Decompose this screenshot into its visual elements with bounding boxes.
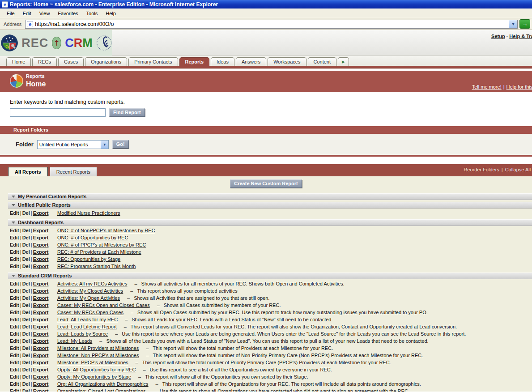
report-name-link[interactable]: REC: # of Providers at Each Milestone: [57, 249, 141, 255]
del-link[interactable]: Del: [22, 242, 30, 247]
export-link[interactable]: Export: [33, 360, 49, 365]
export-link[interactable]: Export: [33, 210, 49, 216]
tab-content[interactable]: Content: [308, 57, 337, 66]
del-link[interactable]: Del: [22, 367, 30, 372]
del-link[interactable]: Del: [22, 281, 30, 286]
export-link[interactable]: Export: [33, 345, 49, 351]
report-name-link[interactable]: REC: Opportunities by Stage: [57, 256, 120, 262]
report-name-link[interactable]: Oppty: All Opportunities for my REC: [57, 367, 136, 372]
report-name-link[interactable]: Lead: My Leads: [57, 338, 92, 344]
export-link[interactable]: Export: [33, 331, 49, 337]
menu-item-help[interactable]: Help: [102, 9, 120, 17]
tab-recent-reports[interactable]: Recent Reports: [50, 167, 97, 176]
reorder-folders-link[interactable]: Reorder Folders: [464, 167, 499, 172]
export-link[interactable]: Export: [33, 338, 49, 344]
del-link[interactable]: Del: [22, 381, 30, 387]
report-name-link[interactable]: Lead: Lead Lifetime Report: [57, 324, 117, 329]
tab-ideas[interactable]: Ideas: [211, 57, 234, 66]
tab-reports[interactable]: Reports: [179, 57, 210, 66]
export-link[interactable]: Export: [33, 295, 49, 301]
tab-primary-contacts[interactable]: Primary Contacts: [128, 57, 178, 66]
del-link[interactable]: Del: [22, 374, 30, 379]
section-header-standard-crm-reports[interactable]: Standard CRM Reports: [8, 273, 532, 279]
create-new-custom-report-button[interactable]: Create New Custom Report: [230, 179, 302, 188]
del-link[interactable]: Del: [22, 338, 30, 344]
edit-link[interactable]: Edit: [10, 288, 19, 294]
edit-link[interactable]: Edit: [10, 388, 19, 392]
browser-go-button[interactable]: →: [519, 19, 530, 29]
folder-go-button[interactable]: Go!: [112, 140, 129, 149]
del-link[interactable]: Del: [22, 303, 30, 308]
report-name-link[interactable]: Cases: My RECs Open Cases: [57, 310, 123, 315]
del-link[interactable]: Del: [22, 317, 30, 322]
tab-cases[interactable]: Cases: [58, 57, 84, 66]
export-link[interactable]: Export: [33, 310, 49, 315]
address-dropdown-icon[interactable]: ▾: [509, 20, 517, 28]
edit-link[interactable]: Edit: [10, 345, 19, 351]
report-name-link[interactable]: Cases: My RECs Open and Closed Cases: [57, 303, 150, 308]
folder-select[interactable]: Unfiled Public Reports ▾: [37, 140, 109, 149]
export-link[interactable]: Export: [33, 288, 49, 294]
find-report-button[interactable]: Find Report: [109, 108, 145, 117]
menu-item-view[interactable]: View: [35, 9, 54, 17]
tab-all-reports[interactable]: All Reports: [8, 167, 48, 176]
edit-link[interactable]: Edit: [10, 249, 19, 255]
address-input[interactable]: e https://na1.salesforce.com/00O/o ▾: [25, 20, 518, 29]
edit-link[interactable]: Edit: [10, 331, 19, 337]
export-link[interactable]: Export: [33, 281, 49, 286]
del-link[interactable]: Del: [22, 345, 30, 351]
edit-link[interactable]: Edit: [10, 338, 19, 344]
edit-link[interactable]: Edit: [10, 228, 19, 233]
export-link[interactable]: Export: [33, 256, 49, 262]
del-link[interactable]: Del: [22, 388, 30, 392]
menu-item-file[interactable]: File: [3, 9, 19, 17]
export-link[interactable]: Export: [33, 367, 49, 372]
del-link[interactable]: Del: [22, 360, 30, 365]
del-link[interactable]: Del: [22, 353, 30, 358]
report-name-link[interactable]: REC: Programs Starting This Month: [57, 264, 136, 269]
export-link[interactable]: Export: [33, 228, 49, 233]
report-name-link[interactable]: Modified Nurse Practicioners: [57, 210, 120, 216]
report-name-link[interactable]: Milestone: Non-PPCP's at Milestones: [57, 353, 139, 358]
del-link[interactable]: Del: [22, 288, 30, 294]
report-search-input[interactable]: [10, 108, 106, 117]
report-name-link[interactable]: Lead: All Leads for my REC: [57, 317, 118, 322]
export-link[interactable]: Export: [33, 317, 49, 322]
banner-link-2[interactable]: Help for this Page: [506, 84, 532, 89]
del-link[interactable]: Del: [22, 324, 30, 329]
del-link[interactable]: Del: [22, 331, 30, 337]
edit-link[interactable]: Edit: [10, 374, 19, 379]
edit-link[interactable]: Edit: [10, 353, 19, 358]
edit-link[interactable]: Edit: [10, 317, 19, 322]
del-link[interactable]: Del: [22, 249, 30, 255]
section-header-dashboard-reports[interactable]: Dashboard Reports: [8, 219, 532, 226]
export-link[interactable]: Export: [33, 381, 49, 387]
menu-item-tools[interactable]: Tools: [82, 9, 102, 17]
edit-link[interactable]: Edit: [10, 381, 19, 387]
menu-item-edit[interactable]: Edit: [19, 9, 35, 17]
edit-link[interactable]: Edit: [10, 303, 19, 308]
export-link[interactable]: Export: [33, 388, 49, 392]
edit-link[interactable]: Edit: [10, 360, 19, 365]
tab-answers[interactable]: Answers: [236, 57, 266, 66]
section-header-my-personal-custom-reports[interactable]: My Personal Custom Reports: [8, 193, 532, 200]
del-link[interactable]: Del: [22, 210, 30, 216]
report-name-link[interactable]: ONC: # of PPCP's at Milestones by REC: [57, 242, 146, 247]
export-link[interactable]: Export: [33, 242, 49, 247]
tab-home[interactable]: Home: [6, 57, 31, 66]
export-link[interactable]: Export: [33, 374, 49, 379]
collapse-all-link[interactable]: Collapse All: [505, 167, 531, 172]
edit-link[interactable]: Edit: [10, 256, 19, 262]
report-name-link[interactable]: Milestone: All Providers at Milestones: [57, 345, 139, 351]
help-training-link[interactable]: Help & Training: [509, 34, 532, 39]
report-name-link[interactable]: Activities: All my RECs Activities: [57, 281, 127, 286]
edit-link[interactable]: Edit: [10, 235, 19, 240]
del-link[interactable]: Del: [22, 310, 30, 315]
edit-link[interactable]: Edit: [10, 324, 19, 329]
del-link[interactable]: Del: [22, 264, 30, 269]
export-link[interactable]: Export: [33, 264, 49, 269]
edit-link[interactable]: Edit: [10, 295, 19, 301]
report-name-link[interactable]: Activities: My Closed Activities: [57, 288, 123, 294]
tab-organizations[interactable]: Organizations: [85, 57, 127, 66]
del-link[interactable]: Del: [22, 295, 30, 301]
